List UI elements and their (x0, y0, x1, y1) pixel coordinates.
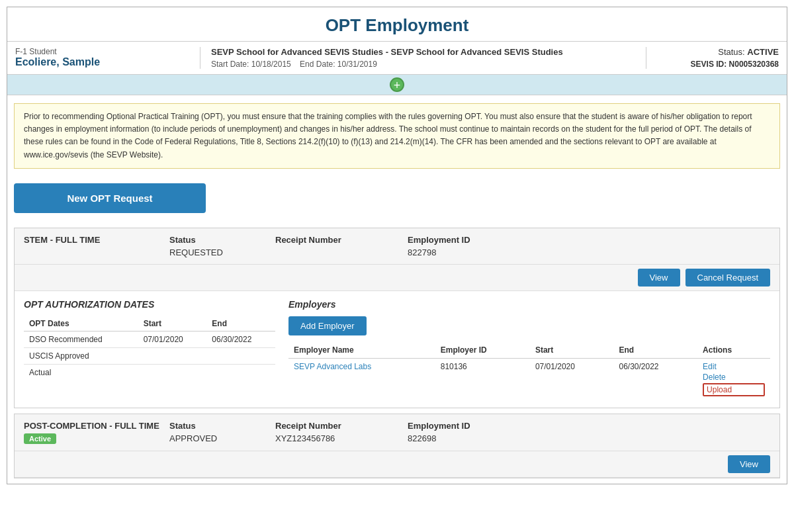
new-opt-section: New OPT Request (7, 177, 787, 222)
auth-dates-table: OPT Dates Start End DSO Recommended 07/0… (24, 316, 275, 380)
employer-end: 06/30/2022 (613, 358, 697, 400)
employer-table: Employer Name Employer ID Start End Acti… (288, 342, 770, 400)
start-date-label: Start Date: (211, 60, 249, 69)
emp-type-1: STEM - FULL TIME (24, 235, 169, 245)
page-title: OPT Employment (7, 7, 787, 42)
auth-row-end (206, 364, 275, 380)
school-section: SEVP School for Advanced SEVIS Studies -… (200, 47, 646, 69)
employers-title: Employers (288, 299, 770, 310)
notice-box: Prior to recommending Optional Practical… (14, 103, 780, 169)
receipt-value-2: XYZ123456786 (275, 433, 408, 443)
action-upload-link[interactable]: Upload (703, 383, 765, 396)
notice-text: Prior to recommending Optional Practical… (24, 112, 752, 159)
employers-col: Employers Add Employer Employer Name Emp… (288, 299, 770, 400)
emp-actions-1: View Cancel Request (15, 265, 779, 291)
school-dates: Start Date: 10/18/2015 End Date: 10/31/2… (211, 60, 635, 69)
auth-row-label: USCIS Approved (24, 347, 138, 364)
employer-actions: EditDeleteUpload (697, 358, 770, 400)
emp-id-header-1: Employment ID (408, 235, 770, 245)
employment-card-1-header: STEM - FULL TIME Status REQUESTED Receip… (15, 228, 779, 265)
auth-dates-row: USCIS Approved (24, 347, 275, 364)
auth-dates-row: Actual (24, 364, 275, 380)
emp-col-id: Employer ID (435, 342, 530, 359)
auth-row-start (138, 364, 207, 380)
student-type: F-1 Student (15, 47, 192, 56)
icon-bar: + (7, 75, 787, 95)
auth-employers-section: OPT AUTHORIZATION DATES OPT Dates Start … (15, 291, 779, 408)
auth-dates-title: OPT AUTHORIZATION DATES (24, 299, 275, 310)
start-date-value: 10/18/2015 (251, 60, 291, 69)
employer-name-link[interactable]: SEVP Advanced Labs (294, 362, 371, 371)
employer-row: SEVP Advanced Labs 810136 07/01/2020 06/… (288, 358, 770, 400)
view-button-2[interactable]: View (728, 455, 770, 473)
action-delete-link[interactable]: Delete (703, 373, 765, 382)
emp-active-badge: Active (24, 433, 56, 444)
end-date-value: 10/31/2019 (337, 60, 377, 69)
employment-card-2: POST-COMPLETION - FULL TIME Active Statu… (14, 414, 780, 478)
emp-col-start: Start (530, 342, 614, 359)
auth-col-opt-dates: OPT Dates (24, 316, 138, 332)
employer-start: 07/01/2020 (530, 358, 614, 400)
sevis-id: SEVIS ID: N0005320368 (654, 60, 779, 69)
emp-id-header-2: Employment ID (408, 421, 770, 431)
new-opt-request-button[interactable]: New OPT Request (14, 183, 206, 213)
add-employer-button[interactable]: Add Employer (288, 316, 367, 335)
emp-status-col-1: Status REQUESTED (169, 235, 275, 257)
auth-row-start: 07/01/2020 (138, 331, 207, 347)
info-bar: F-1 Student Ecoliere, Sample SEVP School… (7, 42, 787, 75)
employment-card-2-header: POST-COMPLETION - FULL TIME Active Statu… (15, 414, 779, 451)
emp-type-2-label: POST-COMPLETION - FULL TIME (24, 421, 169, 431)
auth-dates-col: OPT AUTHORIZATION DATES OPT Dates Start … (24, 299, 275, 400)
end-date-label: End Date: (300, 60, 335, 69)
employment-card-1: STEM - FULL TIME Status REQUESTED Receip… (14, 228, 780, 408)
emp-col-end: End (613, 342, 697, 359)
cancel-request-button-1[interactable]: Cancel Request (685, 269, 771, 287)
auth-row-label: DSO Recommended (24, 331, 138, 347)
emp-col-name: Employer Name (288, 342, 435, 359)
sevis-value: N0005320368 (729, 60, 779, 69)
auth-col-start: Start (138, 316, 207, 332)
status-header-1: Status (169, 235, 275, 245)
emp-receipt-col-2: Receipt Number XYZ123456786 (275, 421, 408, 443)
action-edit-link[interactable]: Edit (703, 362, 765, 371)
auth-row-start (138, 347, 207, 364)
receipt-header-1: Receipt Number (275, 235, 408, 245)
student-section: F-1 Student Ecoliere, Sample (15, 47, 200, 69)
emp-type-2: POST-COMPLETION - FULL TIME Active (24, 421, 169, 444)
status-header-2: Status (169, 421, 275, 431)
add-icon[interactable]: + (390, 77, 404, 92)
student-name: Ecoliere, Sample (15, 56, 192, 68)
emp-receipt-col-1: Receipt Number (275, 235, 408, 247)
auth-dates-row: DSO Recommended 07/01/2020 06/30/2022 (24, 331, 275, 347)
status-line: Status: ACTIVE (654, 47, 779, 57)
status-value: ACTIVE (747, 47, 779, 57)
receipt-header-2: Receipt Number (275, 421, 408, 431)
auth-col-end: End (206, 316, 275, 332)
employer-name: SEVP Advanced Labs (288, 358, 435, 400)
emp-status-col-2: Status APPROVED (169, 421, 275, 443)
auth-row-end: 06/30/2022 (206, 331, 275, 347)
view-button-1[interactable]: View (638, 269, 680, 287)
employer-id: 810136 (435, 358, 530, 400)
emp-actions-2: View (15, 451, 779, 478)
auth-row-end (206, 347, 275, 364)
auth-row-label: Actual (24, 364, 138, 380)
emp-id-col-1: Employment ID 822798 (408, 235, 770, 257)
emp-id-col-2: Employment ID 822698 (408, 421, 770, 443)
status-section: Status: ACTIVE SEVIS ID: N0005320368 (646, 47, 779, 69)
status-value-1: REQUESTED (169, 247, 275, 257)
status-value-2: APPROVED (169, 433, 275, 443)
emp-id-value-1: 822798 (408, 247, 770, 257)
emp-id-value-2: 822698 (408, 433, 770, 443)
school-name: SEVP School for Advanced SEVIS Studies -… (211, 47, 635, 57)
status-label: Status: (718, 47, 744, 57)
sevis-label: SEVIS ID: (691, 60, 727, 69)
emp-col-actions: Actions (697, 342, 770, 359)
